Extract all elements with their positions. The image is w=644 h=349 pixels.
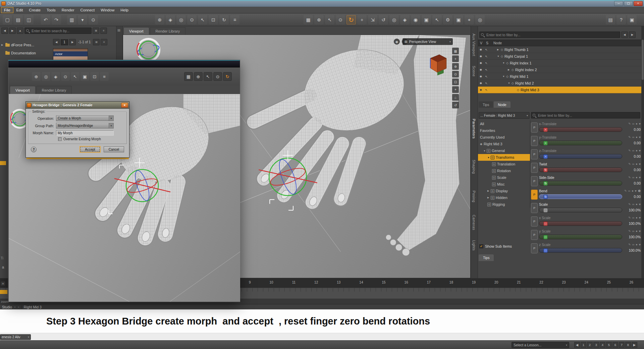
cancel-button[interactable]: Cancel xyxy=(104,146,124,152)
environment-tool[interactable]: ⊙ xyxy=(187,15,197,24)
edit-icon[interactable]: ✎ xyxy=(628,230,631,233)
selectability-icon[interactable]: ↖ xyxy=(484,55,489,58)
expand-arrow-icon[interactable]: ▼ xyxy=(502,62,506,64)
expand-arrow-icon[interactable]: ▼ xyxy=(487,156,491,159)
active-rotate-tool[interactable]: ↻ xyxy=(223,72,232,81)
frame-view[interactable]: ⊡ xyxy=(452,79,459,85)
edit-icon[interactable]: ✎ xyxy=(628,149,631,152)
menu-item[interactable]: Tools xyxy=(44,7,58,13)
close-button[interactable]: × xyxy=(634,1,643,6)
parameters-pane-tab[interactable]: Node xyxy=(494,101,510,108)
scene-tree-row[interactable]: ◉ ↖ ▼ ◇ Right Mid 1 xyxy=(478,73,641,80)
parameter-category[interactable]: Favorites xyxy=(478,127,530,134)
parameter-type-icon[interactable]: P xyxy=(531,163,538,173)
timeline-ruler[interactable]: 91011121314151617181920212223242526 xyxy=(249,281,633,284)
menu-item[interactable]: Edit xyxy=(14,7,26,13)
new-scene[interactable]: ▢ xyxy=(3,15,12,24)
page-button[interactable]: 7 xyxy=(619,342,625,348)
redo[interactable]: ↷ xyxy=(52,15,61,24)
pointer-tool[interactable]: ↖ xyxy=(204,72,212,81)
search-input[interactable] xyxy=(24,28,92,34)
edit-icon[interactable]: ✎ xyxy=(628,122,631,126)
favorite-icon[interactable]: ♥ xyxy=(639,176,641,179)
selectability-icon[interactable]: ↖ xyxy=(484,88,489,92)
edit-icon[interactable]: ✎ xyxy=(624,189,627,193)
parameter-type-icon[interactable]: P xyxy=(531,216,538,227)
visibility-eye-icon[interactable]: ◉ xyxy=(478,61,484,64)
favorite-icon[interactable]: ♥ xyxy=(639,136,641,139)
floating-viewport-window[interactable]: ⊕◎◈⊙↖▣⊡≡ ▦⊕↖⊙↻ Viewport Render Library xyxy=(8,60,240,302)
view-selector[interactable]: ⊞ Perspective View ▾ xyxy=(402,38,453,45)
menu-item[interactable]: Render xyxy=(59,7,77,13)
scene-tree-row[interactable]: ◉ ↖ ▼ ◇ Right Index 1 xyxy=(478,60,641,66)
parameters-filter-input[interactable] xyxy=(531,112,640,118)
favorite-icon[interactable]: ♥ xyxy=(639,149,641,152)
lock-icon[interactable]: ● xyxy=(636,122,637,126)
viewport-tab[interactable]: Render Library xyxy=(36,86,72,94)
favorite-icon[interactable]: ♥ xyxy=(639,230,641,233)
page-button[interactable]: ◀ xyxy=(574,342,580,348)
expand-arrow-icon[interactable]: ▶ xyxy=(487,196,491,199)
expand-arrow-icon[interactable]: ▼ xyxy=(508,82,512,84)
camera-tool[interactable]: ▣ xyxy=(454,15,463,24)
slider-knob[interactable]: ↻ xyxy=(543,168,548,172)
reset-view[interactable]: ↺ xyxy=(452,102,459,108)
grid-snap[interactable]: ▦ xyxy=(304,15,313,24)
help-button[interactable]: ? xyxy=(31,147,37,152)
list-view-button[interactable]: ≡ xyxy=(101,39,107,45)
pose-sphere-widget[interactable] xyxy=(137,39,160,61)
link-icon[interactable]: ∞ xyxy=(632,162,634,166)
maximize-button[interactable]: ▢ xyxy=(624,1,633,6)
style-selector[interactable]: ▾ xyxy=(78,15,87,24)
selectability-icon[interactable]: ↖ xyxy=(484,82,489,85)
parameter-type-icon[interactable]: P xyxy=(531,230,538,240)
scale-tool[interactable]: ⇲ xyxy=(368,15,377,24)
nav-back-button[interactable]: ◀ xyxy=(1,28,8,34)
parameter-type-icon[interactable]: P xyxy=(531,190,538,200)
expand-arrow-icon[interactable]: ▼ xyxy=(483,150,487,152)
scene-prev-button[interactable]: ◀ xyxy=(621,32,628,38)
list-options[interactable]: ≡ xyxy=(100,72,109,81)
link-icon[interactable]: ∞ xyxy=(632,122,634,126)
parameter-category[interactable]: ◆ Right Mid 3 xyxy=(478,141,530,147)
parameter-category[interactable]: G Translation xyxy=(478,161,530,167)
open-scene[interactable]: ▤ xyxy=(13,15,23,24)
favorite-icon[interactable]: ♥ xyxy=(639,162,641,166)
orbit-tool[interactable]: ⊙ xyxy=(213,72,222,81)
edit-icon[interactable]: ✎ xyxy=(628,243,631,246)
parameter-value[interactable]: 0.00 xyxy=(624,181,641,185)
slider-track[interactable]: □ xyxy=(539,221,622,226)
view-grid-button[interactable]: ⊞ xyxy=(93,28,99,34)
link-icon[interactable]: ∞ xyxy=(632,230,634,233)
scene-tree-row[interactable]: ◉ ↖ ▼ ◇ Right Carpal 1 xyxy=(478,53,641,60)
overwrite-checkbox[interactable] xyxy=(58,137,62,141)
edit-icon[interactable]: ✎ xyxy=(628,136,631,139)
parameter-category[interactable]: All xyxy=(478,120,530,127)
fit-tool[interactable]: ◎ xyxy=(42,72,50,81)
pager-page-field[interactable]: 1 xyxy=(61,39,68,45)
edit-icon[interactable]: ✎ xyxy=(628,216,631,219)
favorite-icon[interactable]: ♥ xyxy=(639,243,641,246)
visibility-eye-icon[interactable]: ◉ xyxy=(478,88,484,91)
undo[interactable]: ↶ xyxy=(41,15,50,24)
slider-track[interactable]: + xyxy=(539,141,622,145)
page-button[interactable]: ▶ xyxy=(632,342,637,348)
slider-knob[interactable]: ↻ xyxy=(543,195,548,199)
edit-icon[interactable]: ✎ xyxy=(628,203,631,206)
parameter-category[interactable]: G Misc xyxy=(478,181,530,188)
page-button[interactable]: 2 xyxy=(587,342,593,348)
menu-item[interactable]: Help xyxy=(118,7,131,13)
link-icon[interactable]: ∞ xyxy=(632,149,634,152)
geometry-editor-tool[interactable]: ◈ xyxy=(400,15,410,24)
parameter-type-icon[interactable]: P xyxy=(531,149,538,159)
menu-item[interactable]: File xyxy=(1,7,13,13)
floating-window-titlebar[interactable] xyxy=(8,60,240,67)
link-icon[interactable]: ∞ xyxy=(632,136,634,139)
lock-icon[interactable]: ● xyxy=(636,243,637,246)
scene-tree-row[interactable]: ◉ ↖ ▶ ◇ Right Thumb 1 xyxy=(478,46,641,53)
dock-tab[interactable]: Cameras xyxy=(472,215,476,230)
menu-item[interactable]: Window xyxy=(98,7,117,13)
node-selection-tool[interactable]: ↖ xyxy=(432,15,442,24)
view-cube[interactable]: ▦ xyxy=(452,48,459,54)
rotate-tool[interactable]: ⊙ xyxy=(336,15,345,24)
